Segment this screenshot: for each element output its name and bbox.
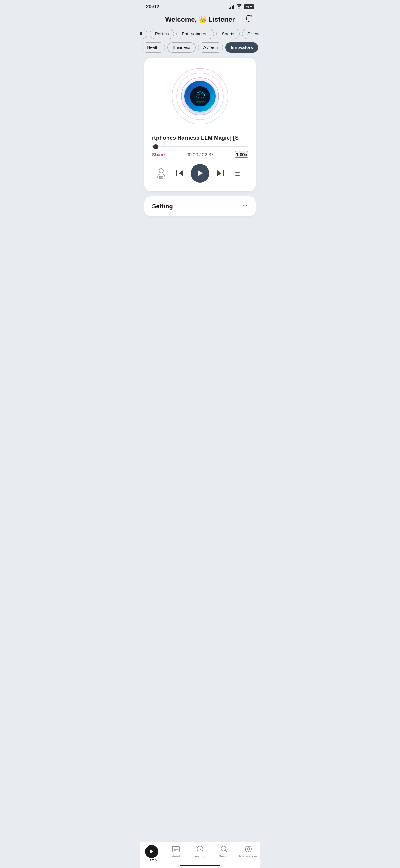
svg-rect-0 (249, 6, 252, 7)
category-politics[interactable]: Politics (150, 29, 174, 39)
previous-icon (175, 169, 184, 178)
svg-marker-22 (151, 850, 154, 854)
svg-rect-1 (253, 6, 253, 7)
play-button[interactable] (191, 164, 209, 183)
play-icon (196, 169, 204, 177)
progress-track[interactable] (152, 146, 248, 148)
welcome-message: Welcome, 👑 Listener (165, 16, 235, 24)
nav-search-label: Search (219, 854, 230, 858)
progress-bar[interactable] (152, 146, 248, 148)
svg-marker-19 (198, 170, 203, 176)
chevron-down-icon (242, 203, 248, 210)
svg-point-10 (202, 94, 203, 95)
preferences-icon (244, 845, 253, 853)
header: Welcome, 👑 Listener (139, 12, 261, 29)
category-entertainment[interactable]: Entertainment (176, 29, 214, 39)
read-icon (172, 845, 180, 853)
svg-point-13 (159, 168, 163, 173)
signal-icon (229, 5, 234, 9)
nav-preferences-label: Preferences (239, 854, 257, 858)
svg-line-30 (226, 850, 227, 852)
next-icon (216, 169, 225, 178)
battery-icon: 74 (244, 4, 254, 9)
svg-point-32 (247, 848, 249, 850)
home-indicator (180, 865, 220, 866)
svg-point-11 (198, 97, 199, 98)
listen-play-icon (149, 849, 154, 854)
search-icon (220, 845, 228, 853)
category-innovators[interactable]: Innovators (226, 42, 258, 53)
category-all[interactable]: All (139, 29, 147, 39)
player-card: rtphones Harness LLM Magic] [S Share 00:… (144, 58, 256, 191)
category-business[interactable]: Business (167, 42, 196, 53)
share-button[interactable]: Share (152, 152, 165, 157)
nav-listen[interactable]: Listen (142, 845, 161, 862)
notification-badge (249, 14, 253, 18)
svg-marker-17 (179, 170, 183, 176)
category-science[interactable]: Science (242, 29, 261, 39)
playlist-icon (235, 171, 242, 176)
wifi-icon (236, 4, 242, 10)
voice-button[interactable] (155, 166, 168, 180)
bell-icon (245, 15, 252, 24)
category-row-1: All Politics Entertainment Sports Scienc… (144, 29, 256, 39)
progress-thumb[interactable] (153, 144, 158, 149)
setting-accordion[interactable]: Setting (144, 196, 256, 216)
status-bar: 20:02 74 (139, 0, 261, 12)
svg-point-12 (201, 97, 202, 98)
playlist-button[interactable] (232, 166, 245, 180)
track-title: rtphones Harness LLM Magic] [S (152, 135, 248, 141)
status-icons: 74 (229, 4, 254, 10)
artwork-container (152, 65, 248, 127)
nav-read[interactable]: Read (167, 845, 185, 858)
time-row: Share 00:00 / 02:37 1.00x (152, 151, 248, 158)
svg-point-9 (197, 94, 198, 95)
voice-icon (156, 168, 166, 179)
category-aitech[interactable]: AI/Tech (198, 42, 223, 53)
nav-listen-label: Listen (147, 858, 157, 862)
svg-rect-21 (223, 170, 225, 176)
category-health[interactable]: Health (142, 42, 165, 53)
nav-history[interactable]: History (191, 845, 209, 858)
album-art (185, 81, 215, 112)
brain-artwork (190, 86, 210, 106)
time-display: 00:00 / 02:37 (186, 152, 214, 157)
speed-button[interactable]: 1.00x (235, 151, 248, 158)
svg-point-5 (190, 86, 210, 106)
nav-search[interactable]: Search (215, 845, 233, 858)
nav-preferences[interactable]: Preferences (239, 845, 258, 858)
category-row-2: Health Business AI/Tech Innovators (144, 42, 256, 53)
category-filter: All Politics Entertainment Sports Scienc… (139, 29, 261, 53)
category-sports[interactable]: Sports (216, 29, 239, 39)
player-controls (152, 164, 248, 183)
status-time: 20:02 (146, 4, 159, 10)
history-icon (196, 845, 204, 853)
nav-read-label: Read (172, 854, 180, 858)
notification-button[interactable] (243, 14, 254, 25)
previous-button[interactable] (173, 166, 186, 180)
listen-play-circle (145, 845, 158, 858)
bottom-nav: Listen Read History Search (139, 842, 261, 868)
svg-marker-20 (217, 170, 222, 176)
crown-icon: 👑 (199, 16, 206, 23)
svg-rect-18 (176, 170, 177, 176)
nav-history-label: History (195, 854, 205, 858)
next-button[interactable] (214, 166, 228, 180)
setting-label: Setting (152, 203, 173, 210)
